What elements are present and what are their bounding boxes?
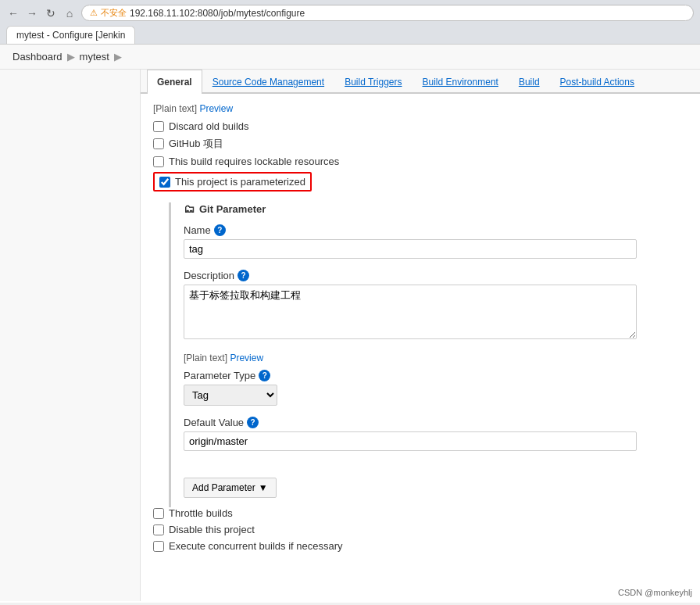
tab-scm[interactable]: Source Code Management [202,70,334,94]
forward-button[interactable]: → [25,6,39,20]
name-help-icon[interactable]: ? [214,224,226,236]
page-body: Dashboard ▶ mytest ▶ General Source Code… [0,45,700,603]
git-param-title: Git Parameter [199,203,266,215]
checkbox-concurrent-label: Execute concurrent builds if necessary [169,540,343,552]
checkbox-parameterized: This project is parameterized [153,172,312,192]
checkbox-throttle-label: Throttle builds [169,507,233,519]
checkbox-lockable-input[interactable] [153,156,164,167]
browser-tabs: mytest - Configure [Jenkin [6,26,694,44]
breadcrumb-sep-1: ▶ [67,51,75,63]
refresh-button[interactable]: ↻ [44,6,58,20]
add-param-label: Add Parameter [192,482,255,493]
browser-chrome: ← → ↻ ⌂ ⚠ 不安全 192.168.11.102:8080/job/my… [0,0,700,45]
default-value-help-icon[interactable]: ? [247,417,259,428]
default-value-input[interactable] [184,431,637,451]
form-group-param-type: Parameter Type ? Tag Branch Branch or Ta… [184,370,688,406]
tab-post[interactable]: Post-build Actions [550,70,645,94]
default-value-label: Default Value [184,417,244,428]
spacer [184,462,688,478]
plain-text-label: [Plain text] [153,103,197,114]
tabs-bar: General Source Code Management Build Tri… [141,70,700,94]
tab-env[interactable]: Build Environment [412,70,509,94]
param-type-help-icon[interactable]: ? [259,370,270,381]
description-label: Description [184,270,234,281]
description-label-row: Description ? [184,270,688,281]
add-parameter-button[interactable]: Add Parameter ▼ [184,478,277,498]
checkbox-lockable: This build requires lockable resources [153,156,688,167]
plain-text-row: [Plain text] Preview [153,103,688,114]
default-value-label-row: Default Value ? [184,417,688,428]
git-icon: 🗂 [184,202,195,215]
description-textarea[interactable]: 基于标签拉取和构建工程 [184,285,637,339]
checkbox-disable-input[interactable] [153,524,164,535]
checkbox-discard-input[interactable] [153,121,164,132]
param-type-label: Parameter Type [184,370,255,381]
checkbox-parameterized-input[interactable] [159,177,170,188]
tab-general[interactable]: General [147,70,202,94]
param-type-label-row: Parameter Type ? [184,370,688,381]
security-label: 不安全 [101,7,127,19]
name-label: Name [184,224,211,236]
plain-text-label-2: [Plain text] [184,353,227,363]
browser-tab[interactable]: mytest - Configure [Jenkin [6,26,135,44]
form-group-default-value: Default Value ? [184,417,688,451]
watermark: CSDN @monkeyhlj [618,588,692,597]
preview-link[interactable]: Preview [199,103,233,114]
description-help-icon[interactable]: ? [238,270,249,281]
checkbox-disable: Disable this project [153,524,688,535]
name-input[interactable] [184,239,637,259]
content-area: General Source Code Management Build Tri… [141,70,700,601]
checkbox-github-input[interactable] [153,138,164,149]
form-group-description: Description ? 基于标签拉取和构建工程 [184,270,688,342]
plain-text-row-2: [Plain text] Preview [184,353,688,363]
url-text: 192.168.11.102:8080/job/mytest/configure [130,8,305,19]
main-content: General Source Code Management Build Tri… [0,70,700,601]
add-param-dropdown-icon: ▼ [259,482,268,493]
git-param-header: 🗂 Git Parameter [184,202,688,215]
checkbox-concurrent: Execute concurrent builds if necessary [153,540,688,552]
checkbox-discard: Discard old builds [153,120,688,132]
form-content: [Plain text] Preview Discard old builds … [141,94,700,566]
checkbox-lockable-label: This build requires lockable resources [169,156,339,167]
name-label-row: Name ? [184,224,688,236]
checkbox-github: GitHub 项目 [153,137,688,151]
back-button[interactable]: ← [6,6,20,20]
param-section: 🗂 Git Parameter Name ? De [169,202,688,507]
home-button[interactable]: ⌂ [62,6,77,20]
checkbox-throttle-input[interactable] [153,508,164,519]
breadcrumb-mytest[interactable]: mytest [80,51,109,63]
security-icon: ⚠ [90,8,98,18]
checkbox-discard-label: Discard old builds [169,120,249,132]
preview-link-2[interactable]: Preview [230,353,263,363]
checkbox-github-label: GitHub 项目 [169,137,223,151]
tab-build[interactable]: Build [509,70,550,94]
checkbox-throttle: Throttle builds [153,507,688,519]
breadcrumb: Dashboard ▶ mytest ▶ [0,45,700,70]
checkbox-parameterized-label: This project is parameterized [175,176,305,188]
checkbox-concurrent-input[interactable] [153,541,164,552]
address-bar[interactable]: ⚠ 不安全 192.168.11.102:8080/job/mytest/con… [81,5,694,21]
sidebar [0,70,141,601]
param-type-select[interactable]: Tag Branch Branch or Tag Revision Pull R… [184,385,277,406]
checkbox-disable-label: Disable this project [169,524,255,535]
breadcrumb-dashboard[interactable]: Dashboard [12,51,62,63]
breadcrumb-sep-2: ▶ [114,51,122,63]
form-group-name: Name ? [184,224,688,259]
tab-triggers[interactable]: Build Triggers [334,70,412,94]
browser-toolbar: ← → ↻ ⌂ ⚠ 不安全 192.168.11.102:8080/job/my… [6,5,694,21]
